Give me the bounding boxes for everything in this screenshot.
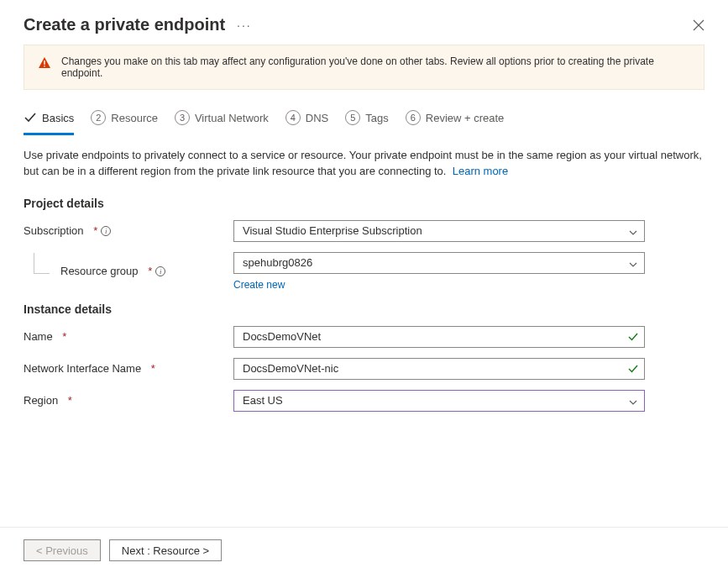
step-number-icon: 3	[175, 110, 190, 125]
tab-label: DNS	[306, 112, 328, 124]
chevron-down-icon	[629, 397, 637, 405]
step-number-icon: 5	[345, 110, 360, 125]
learn-more-link[interactable]: Learn more	[453, 165, 508, 177]
step-number-icon: 6	[406, 110, 421, 125]
warning-alert: Changes you make on this tab may affect …	[24, 45, 704, 90]
info-icon[interactable]: i	[155, 266, 165, 276]
label-resource-group: Resource group * i	[24, 265, 233, 277]
chevron-down-icon	[629, 259, 637, 267]
svg-rect-0	[44, 60, 45, 65]
label-name: Name *	[24, 330, 233, 343]
footer: < Previous Next : Resource >	[0, 527, 728, 573]
create-new-link[interactable]: Create new	[233, 279, 285, 291]
tab-label: Review + create	[426, 112, 505, 124]
next-button[interactable]: Next : Resource >	[109, 539, 222, 561]
step-number-icon: 4	[285, 110, 301, 125]
intro-text: Use private endpoints to privately conne…	[24, 148, 704, 180]
name-input[interactable]	[233, 326, 645, 348]
tab-review-create[interactable]: 6 Review + create	[406, 105, 505, 136]
x-icon	[693, 19, 704, 31]
info-icon[interactable]: i	[101, 226, 111, 236]
select-value: East US	[243, 394, 283, 407]
tab-label: Resource	[111, 112, 158, 124]
tab-dns[interactable]: 4 DNS	[285, 105, 328, 136]
warning-icon	[38, 56, 51, 70]
label-nic-name: Network Interface Name *	[24, 362, 233, 375]
region-select[interactable]: East US	[233, 390, 645, 412]
label-subscription: Subscription * i	[24, 224, 233, 237]
section-instance-details: Instance details	[24, 302, 704, 316]
alert-text: Changes you make on this tab may affect …	[61, 55, 690, 79]
subscription-select[interactable]: Visual Studio Enterprise Subscription	[233, 220, 645, 242]
checkmark-icon	[24, 111, 37, 124]
nic-name-input[interactable]	[233, 358, 645, 380]
resource-group-select[interactable]: spehubrg0826	[233, 252, 645, 274]
label-region: Region *	[24, 394, 233, 407]
svg-rect-1	[44, 66, 45, 66]
close-icon[interactable]	[693, 19, 704, 31]
tab-resource[interactable]: 2 Resource	[91, 105, 158, 136]
tab-label: Virtual Network	[195, 112, 269, 124]
more-menu-icon[interactable]: ···	[237, 18, 252, 32]
step-number-icon: 2	[91, 110, 106, 125]
wizard-tabs: Basics 2 Resource 3 Virtual Network 4 DN…	[0, 105, 728, 136]
tab-virtual-network[interactable]: 3 Virtual Network	[175, 105, 269, 136]
tab-tags[interactable]: 5 Tags	[345, 105, 388, 136]
tab-label: Tags	[365, 112, 388, 124]
select-value: Visual Studio Enterprise Subscription	[243, 224, 422, 237]
page-title: Create a private endpoint	[24, 15, 225, 34]
tab-label: Basics	[42, 112, 74, 124]
section-project-details: Project details	[24, 197, 704, 210]
previous-button: < Previous	[24, 539, 101, 561]
tab-basics[interactable]: Basics	[24, 106, 74, 135]
select-value: spehubrg0826	[243, 256, 312, 269]
chevron-down-icon	[629, 227, 637, 235]
